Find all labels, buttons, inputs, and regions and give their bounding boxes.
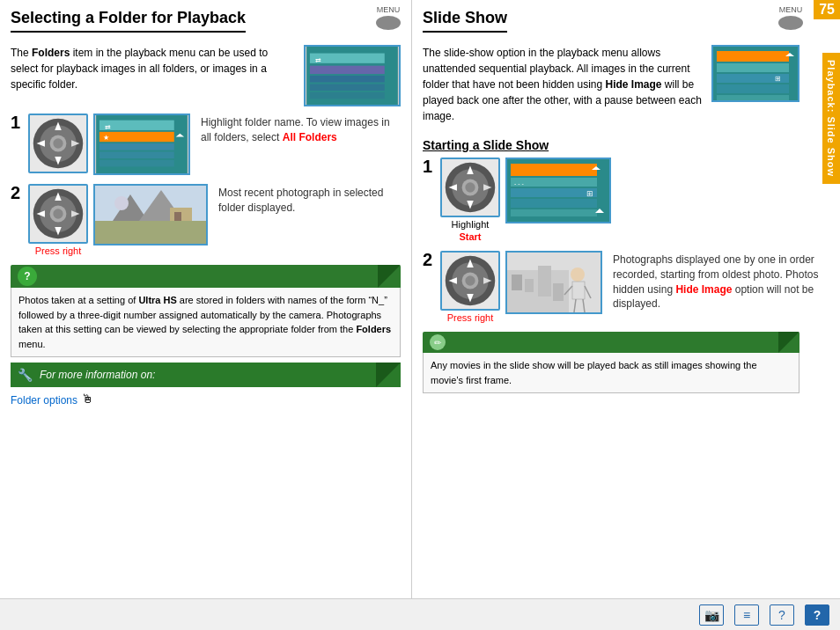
left-panel: Selecting a Folder for Playback MENU The… bbox=[0, 0, 412, 598]
left-more-info-bar: 🔧 For more information on: bbox=[11, 363, 401, 387]
svg-rect-83 bbox=[553, 283, 564, 301]
svg-rect-85 bbox=[572, 282, 585, 299]
left-step1-text: Highlight folder name. To view images in… bbox=[201, 114, 401, 145]
svg-rect-66 bbox=[511, 199, 597, 208]
right-title: Slide Show bbox=[423, 9, 507, 33]
right-step1-row: 1 bbox=[423, 158, 829, 242]
right-step2-photo-svg bbox=[507, 253, 602, 314]
right-note-icon: ✏ bbox=[430, 334, 446, 350]
right-menu-oval bbox=[778, 16, 803, 30]
step1-bold: All Folders bbox=[283, 131, 337, 143]
left-step1-menu: ⇄ ★ bbox=[93, 114, 190, 175]
list-icon-btn[interactable]: ≡ bbox=[734, 604, 759, 626]
right-top-menu-img: ⊞ bbox=[711, 45, 799, 102]
question-icon-btn[interactable]: ? bbox=[770, 604, 794, 626]
left-green-bar-top: ? bbox=[11, 265, 401, 288]
svg-rect-48 bbox=[717, 84, 789, 93]
info-bold2: Folders bbox=[356, 324, 391, 334]
svg-point-58 bbox=[465, 182, 475, 192]
svg-rect-36 bbox=[95, 221, 208, 245]
left-intro-text: The Folders item in the playback menu ca… bbox=[11, 45, 297, 99]
right-panel: 75 Playback: Slide Show Slide Show MENU … bbox=[412, 0, 840, 598]
left-more-info-icon: 🔧 bbox=[18, 368, 33, 382]
left-title: Selecting a Folder for Playback bbox=[11, 9, 246, 33]
svg-text:⊞: ⊞ bbox=[586, 189, 593, 198]
svg-rect-6 bbox=[310, 92, 385, 99]
right-step1-menu-svg: - - - ⊞ bbox=[507, 159, 611, 223]
right-step2-row: 2 bbox=[423, 251, 829, 323]
side-tab: Playback: Slide Show bbox=[822, 53, 840, 184]
right-step2-text: Photographs displayed one by one in orde… bbox=[613, 251, 829, 311]
svg-rect-5 bbox=[310, 84, 385, 91]
right-step1-label1: Highlight bbox=[452, 219, 490, 230]
right-step2-dial-svg bbox=[442, 253, 498, 309]
svg-rect-45 bbox=[717, 63, 789, 72]
left-step2-photo bbox=[93, 184, 208, 245]
right-step1-dial bbox=[440, 158, 500, 217]
svg-text:⇄: ⇄ bbox=[105, 123, 111, 131]
svg-rect-40 bbox=[174, 212, 181, 221]
main-content: Selecting a Folder for Playback MENU The… bbox=[0, 0, 840, 598]
svg-rect-81 bbox=[525, 279, 534, 292]
left-step1-dial-svg bbox=[30, 115, 86, 172]
right-step1-label2: Start bbox=[459, 231, 481, 242]
svg-rect-60 bbox=[511, 164, 597, 176]
right-step1-dial-svg bbox=[442, 159, 498, 216]
left-info-icon: ? bbox=[18, 267, 37, 286]
svg-rect-67 bbox=[511, 209, 597, 216]
left-top-menu-svg: ⇄ bbox=[306, 47, 399, 105]
svg-rect-4 bbox=[310, 76, 385, 83]
left-folder-link-row: Folder options 🖱 bbox=[11, 391, 401, 407]
left-top-menu-img: ⇄ bbox=[304, 45, 401, 106]
left-step2-dial-svg bbox=[30, 186, 86, 242]
left-step1-dial bbox=[28, 114, 88, 173]
page-num-badge: 75 bbox=[814, 0, 840, 19]
right-top-menu-svg: ⊞ bbox=[713, 47, 799, 102]
right-menu-label: MENU bbox=[779, 5, 803, 14]
left-press-right-label: Press right bbox=[35, 245, 82, 256]
nav-icon-btn[interactable]: ? bbox=[805, 604, 829, 626]
cursor-icon: 🖱 bbox=[81, 392, 93, 406]
svg-rect-43 bbox=[717, 51, 789, 62]
right-step2-dial bbox=[440, 251, 500, 311]
svg-text:⊞: ⊞ bbox=[775, 75, 781, 83]
left-step1-row: 1 bbox=[11, 114, 401, 175]
left-step1-menu-svg: ⇄ ★ bbox=[95, 115, 188, 173]
left-step2-photo-svg bbox=[95, 186, 208, 245]
left-step2-num: 2 bbox=[11, 184, 23, 201]
svg-point-15 bbox=[53, 138, 63, 148]
info-text3: menu. bbox=[18, 339, 46, 349]
svg-text:⇄: ⇄ bbox=[315, 56, 321, 64]
camera-icon-btn[interactable]: 📷 bbox=[699, 604, 724, 626]
intro-pre: The bbox=[11, 47, 32, 59]
folder-options-link[interactable]: Folder options bbox=[11, 394, 77, 407]
info-pre: Photos taken at a setting of bbox=[18, 295, 138, 305]
right-press-right-label: Press right bbox=[447, 312, 494, 323]
info-bold1: Ultra HS bbox=[138, 295, 176, 305]
svg-rect-21 bbox=[99, 143, 174, 150]
svg-rect-23 bbox=[99, 160, 174, 167]
right-note-box: Any movies in the slide show will be pla… bbox=[423, 353, 799, 393]
left-info-box: Photos taken at a setting of Ultra HS ar… bbox=[11, 288, 401, 357]
left-step2-text: Most recent photograph in selected folde… bbox=[218, 184, 401, 216]
left-step2-row: 2 bbox=[11, 184, 401, 256]
left-step1-num: 1 bbox=[11, 114, 23, 131]
folders-bold: Folders bbox=[32, 47, 70, 59]
svg-rect-80 bbox=[512, 275, 522, 290]
right-note-text: Any movies in the slide show will be pla… bbox=[431, 360, 757, 385]
svg-point-77 bbox=[465, 275, 475, 285]
right-step1-num: 1 bbox=[423, 158, 435, 175]
left-menu-oval bbox=[376, 16, 401, 30]
right-green-bar-top: ✏ bbox=[423, 332, 799, 353]
bottom-bar: 📷 ≡ ? ? bbox=[0, 598, 840, 630]
svg-rect-1 bbox=[310, 54, 385, 63]
left-step2-dial bbox=[28, 184, 88, 244]
svg-point-84 bbox=[571, 267, 585, 282]
svg-text:★: ★ bbox=[103, 134, 109, 142]
right-step2-photo bbox=[505, 251, 602, 314]
left-menu-label: MENU bbox=[377, 5, 401, 14]
svg-rect-82 bbox=[538, 266, 551, 297]
right-subtitle: Starting a Slide Show bbox=[423, 138, 829, 152]
step2-bold1: Hide Image bbox=[675, 283, 732, 296]
right-hide-image-bold: Hide Image bbox=[606, 78, 662, 91]
